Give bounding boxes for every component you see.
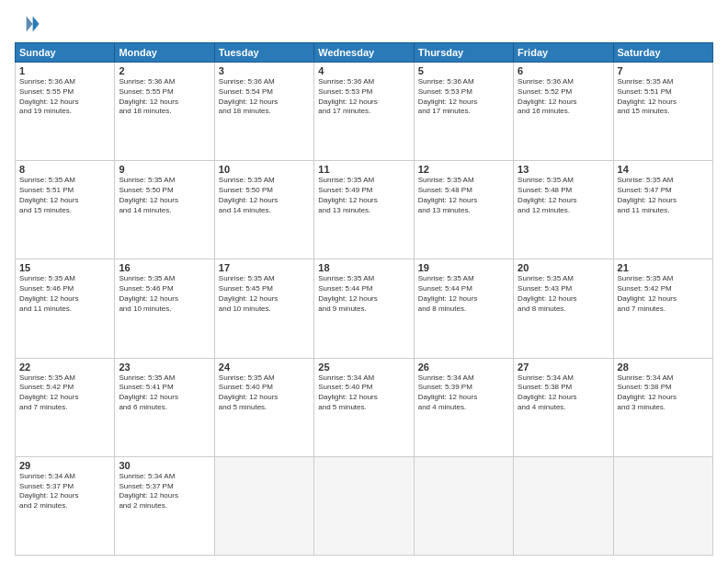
day-number: 2 [119, 65, 210, 76]
svg-marker-1 [27, 17, 33, 32]
day-number: 30 [119, 460, 210, 471]
day-info: Sunrise: 5:35 AM Sunset: 5:50 PM Dayligh… [219, 176, 310, 215]
calendar-cell: 19Sunrise: 5:35 AM Sunset: 5:44 PM Dayli… [414, 259, 513, 358]
day-info: Sunrise: 5:36 AM Sunset: 5:53 PM Dayligh… [418, 77, 509, 117]
calendar-cell: 3Sunrise: 5:36 AM Sunset: 5:54 PM Daylig… [214, 63, 313, 161]
day-info: Sunrise: 5:34 AM Sunset: 5:37 PM Dayligh… [19, 472, 110, 511]
day-info: Sunrise: 5:35 AM Sunset: 5:49 PM Dayligh… [318, 176, 409, 215]
day-number: 29 [19, 460, 110, 471]
day-number: 12 [418, 164, 509, 175]
calendar-week-3: 15Sunrise: 5:35 AM Sunset: 5:46 PM Dayli… [16, 259, 713, 358]
day-info: Sunrise: 5:35 AM Sunset: 5:44 PM Dayligh… [418, 274, 509, 314]
calendar-cell: 20Sunrise: 5:35 AM Sunset: 5:43 PM Dayli… [514, 259, 613, 358]
calendar-cell: 7Sunrise: 5:35 AM Sunset: 5:51 PM Daylig… [613, 63, 712, 161]
calendar-cell [414, 456, 513, 555]
calendar-cell: 26Sunrise: 5:34 AM Sunset: 5:39 PM Dayli… [414, 358, 513, 456]
calendar-cell: 10Sunrise: 5:35 AM Sunset: 5:50 PM Dayli… [214, 161, 313, 259]
day-info: Sunrise: 5:34 AM Sunset: 5:40 PM Dayligh… [318, 373, 409, 413]
day-info: Sunrise: 5:35 AM Sunset: 5:40 PM Dayligh… [219, 373, 310, 413]
calendar-cell: 13Sunrise: 5:35 AM Sunset: 5:48 PM Dayli… [514, 161, 613, 259]
day-info: Sunrise: 5:35 AM Sunset: 5:46 PM Dayligh… [19, 274, 110, 314]
day-number: 15 [19, 262, 110, 273]
day-number: 4 [318, 65, 409, 76]
day-info: Sunrise: 5:34 AM Sunset: 5:39 PM Dayligh… [418, 373, 509, 413]
calendar-cell: 30Sunrise: 5:34 AM Sunset: 5:37 PM Dayli… [115, 456, 214, 555]
day-number: 9 [119, 164, 210, 175]
calendar-cell: 4Sunrise: 5:36 AM Sunset: 5:53 PM Daylig… [314, 63, 414, 161]
calendar-cell: 21Sunrise: 5:35 AM Sunset: 5:42 PM Dayli… [613, 259, 712, 358]
day-number: 27 [518, 362, 609, 373]
calendar-cell: 5Sunrise: 5:36 AM Sunset: 5:53 PM Daylig… [414, 63, 513, 161]
day-number: 1 [19, 65, 110, 76]
calendar-cell: 25Sunrise: 5:34 AM Sunset: 5:40 PM Dayli… [314, 358, 414, 456]
day-number: 3 [219, 65, 310, 76]
calendar-cell: 17Sunrise: 5:35 AM Sunset: 5:45 PM Dayli… [214, 259, 313, 358]
calendar-cell: 28Sunrise: 5:34 AM Sunset: 5:38 PM Dayli… [613, 358, 712, 456]
header [15, 11, 713, 37]
day-info: Sunrise: 5:35 AM Sunset: 5:42 PM Dayligh… [618, 274, 709, 314]
day-info: Sunrise: 5:34 AM Sunset: 5:37 PM Dayligh… [119, 472, 210, 511]
day-number: 25 [318, 362, 409, 373]
day-info: Sunrise: 5:34 AM Sunset: 5:38 PM Dayligh… [518, 373, 609, 413]
weekday-header-friday: Friday [514, 43, 613, 63]
day-info: Sunrise: 5:35 AM Sunset: 5:47 PM Dayligh… [618, 176, 709, 215]
calendar-cell: 24Sunrise: 5:35 AM Sunset: 5:40 PM Dayli… [214, 358, 313, 456]
calendar-cell: 9Sunrise: 5:35 AM Sunset: 5:50 PM Daylig… [115, 161, 214, 259]
day-number: 17 [219, 262, 310, 273]
calendar-cell: 16Sunrise: 5:35 AM Sunset: 5:46 PM Dayli… [115, 259, 214, 358]
calendar-cell: 15Sunrise: 5:35 AM Sunset: 5:46 PM Dayli… [16, 259, 115, 358]
logo [15, 11, 44, 37]
day-number: 23 [119, 362, 210, 373]
weekday-header-monday: Monday [115, 43, 214, 63]
calendar-cell: 2Sunrise: 5:36 AM Sunset: 5:55 PM Daylig… [115, 63, 214, 161]
day-info: Sunrise: 5:35 AM Sunset: 5:48 PM Dayligh… [418, 176, 509, 215]
calendar-cell: 8Sunrise: 5:35 AM Sunset: 5:51 PM Daylig… [16, 161, 115, 259]
day-info: Sunrise: 5:36 AM Sunset: 5:55 PM Dayligh… [19, 77, 110, 117]
calendar-cell [214, 456, 313, 555]
day-info: Sunrise: 5:36 AM Sunset: 5:53 PM Dayligh… [318, 77, 409, 117]
calendar-cell [613, 456, 712, 555]
calendar-cell: 14Sunrise: 5:35 AM Sunset: 5:47 PM Dayli… [613, 161, 712, 259]
calendar-cell: 27Sunrise: 5:34 AM Sunset: 5:38 PM Dayli… [514, 358, 613, 456]
day-info: Sunrise: 5:35 AM Sunset: 5:46 PM Dayligh… [119, 274, 210, 314]
day-info: Sunrise: 5:35 AM Sunset: 5:50 PM Dayligh… [119, 176, 210, 215]
svg-marker-0 [33, 17, 40, 32]
weekday-header-saturday: Saturday [613, 43, 712, 63]
day-info: Sunrise: 5:35 AM Sunset: 5:42 PM Dayligh… [19, 373, 110, 413]
day-number: 18 [318, 262, 409, 273]
day-number: 19 [418, 262, 509, 273]
day-number: 14 [618, 164, 709, 175]
calendar-cell: 6Sunrise: 5:36 AM Sunset: 5:52 PM Daylig… [514, 63, 613, 161]
day-info: Sunrise: 5:35 AM Sunset: 5:43 PM Dayligh… [518, 274, 609, 314]
day-number: 13 [518, 164, 609, 175]
calendar-cell: 22Sunrise: 5:35 AM Sunset: 5:42 PM Dayli… [16, 358, 115, 456]
page: SundayMondayTuesdayWednesdayThursdayFrid… [0, 0, 728, 563]
day-number: 6 [518, 65, 609, 76]
calendar-cell [314, 456, 414, 555]
day-info: Sunrise: 5:35 AM Sunset: 5:48 PM Dayligh… [518, 176, 609, 215]
day-info: Sunrise: 5:35 AM Sunset: 5:51 PM Dayligh… [19, 176, 110, 215]
day-info: Sunrise: 5:36 AM Sunset: 5:55 PM Dayligh… [119, 77, 210, 117]
day-info: Sunrise: 5:35 AM Sunset: 5:44 PM Dayligh… [318, 274, 409, 314]
calendar-cell: 12Sunrise: 5:35 AM Sunset: 5:48 PM Dayli… [414, 161, 513, 259]
calendar-week-4: 22Sunrise: 5:35 AM Sunset: 5:42 PM Dayli… [16, 358, 713, 456]
calendar-week-1: 1Sunrise: 5:36 AM Sunset: 5:55 PM Daylig… [16, 63, 713, 161]
day-number: 8 [19, 164, 110, 175]
day-info: Sunrise: 5:35 AM Sunset: 5:51 PM Dayligh… [618, 77, 709, 117]
day-number: 10 [219, 164, 310, 175]
calendar-week-2: 8Sunrise: 5:35 AM Sunset: 5:51 PM Daylig… [16, 161, 713, 259]
day-info: Sunrise: 5:36 AM Sunset: 5:54 PM Dayligh… [219, 77, 310, 117]
calendar-table: SundayMondayTuesdayWednesdayThursdayFrid… [15, 42, 713, 556]
day-number: 5 [418, 65, 509, 76]
weekday-header-tuesday: Tuesday [214, 43, 313, 63]
day-info: Sunrise: 5:34 AM Sunset: 5:38 PM Dayligh… [618, 373, 709, 413]
calendar-cell: 23Sunrise: 5:35 AM Sunset: 5:41 PM Dayli… [115, 358, 214, 456]
weekday-header-sunday: Sunday [16, 43, 115, 63]
day-number: 24 [219, 362, 310, 373]
day-info: Sunrise: 5:35 AM Sunset: 5:41 PM Dayligh… [119, 373, 210, 413]
calendar-cell: 29Sunrise: 5:34 AM Sunset: 5:37 PM Dayli… [16, 456, 115, 555]
day-info: Sunrise: 5:35 AM Sunset: 5:45 PM Dayligh… [219, 274, 310, 314]
logo-icon [15, 11, 40, 37]
calendar-cell: 1Sunrise: 5:36 AM Sunset: 5:55 PM Daylig… [16, 63, 115, 161]
weekday-header-wednesday: Wednesday [314, 43, 414, 63]
